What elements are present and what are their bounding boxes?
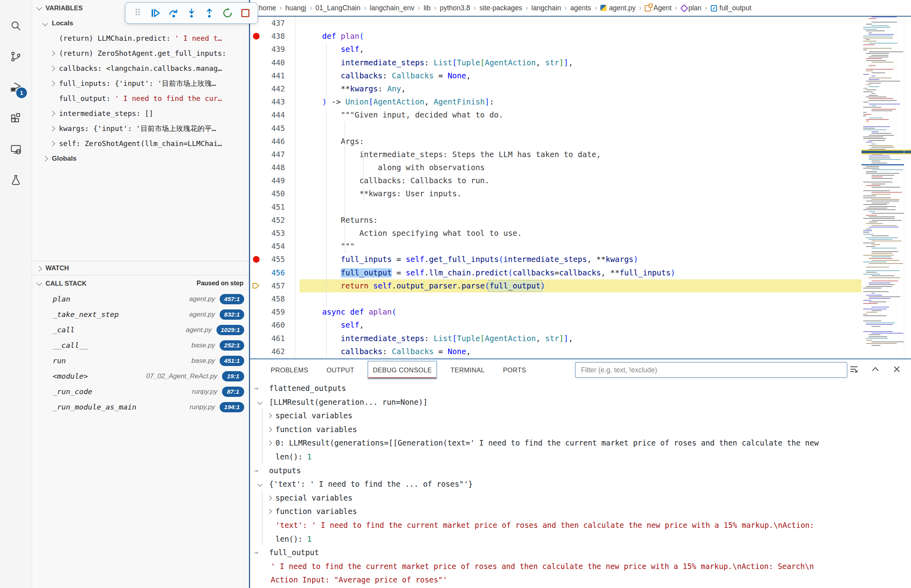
gutter-glyph-margin[interactable] [250,240,262,253]
code-line-text[interactable]: intermediate_steps: Steps the LLM has ta… [300,148,862,161]
code-line-text[interactable] [300,122,862,135]
watch-header[interactable]: WATCH [32,261,249,275]
gutter-glyph-margin[interactable] [250,187,262,200]
code-line-text[interactable]: Action specifying what tool to use. [300,227,862,240]
stop-button[interactable] [238,5,252,21]
variable-row[interactable]: full_inputs: {'input': '目前市场上玫瑰… [32,76,249,91]
console-row[interactable]: len(): 1 [250,532,911,546]
step-out-button[interactable] [202,5,216,21]
tab-ports[interactable]: PORTS [498,361,531,379]
activity-run-debug-icon[interactable]: 1 [0,72,32,103]
console-row[interactable]: function variables [250,423,911,436]
gutter-glyph-margin[interactable] [250,332,262,345]
variable-row[interactable]: full_output: ' I need to find the cur… [32,91,249,106]
gutter-glyph-margin[interactable] [250,122,262,135]
gutter-glyph-margin[interactable] [250,214,262,227]
code-line-text[interactable]: full_inputs = self.get_full_inputs(inter… [300,253,862,266]
call-stack-header[interactable]: CALL STACK Paused on step [32,275,249,291]
restart-button[interactable] [220,5,235,21]
code-line-text[interactable] [300,292,862,305]
step-over-button[interactable] [167,5,181,21]
breadcrumb-item[interactable]: home [259,4,276,12]
code-line-text[interactable]: """ [300,240,862,253]
code-line-text[interactable]: **kwargs: User inputs. [300,187,862,200]
console-row[interactable]: {'text': ' I need to find the ... of ros… [250,477,911,491]
activity-files-icon[interactable] [0,0,32,10]
activity-testing-icon[interactable] [0,165,32,195]
gutter-glyph-margin[interactable] [250,266,262,279]
breadcrumb-item[interactable]: 01_LangChain [315,4,361,12]
call-stack-frame[interactable]: <module>07_02_Agent_ReAct.py19:1 [32,368,249,384]
console-row[interactable]: len(): 1 [250,450,911,464]
breadcrumb-item[interactable]: site-packages [479,4,522,12]
gutter-glyph-margin[interactable] [250,69,262,82]
code-line-text[interactable]: """Given input, decided what to do. [300,108,862,121]
breadcrumb-item[interactable]: lib [423,4,431,12]
step-into-button[interactable] [184,5,199,21]
gutter-glyph-margin[interactable] [250,174,262,187]
activity-remote-explorer-icon[interactable] [0,134,32,165]
console-row[interactable]: special variables [250,491,911,505]
code-line-text[interactable]: intermediate_steps: List[Tuple[AgentActi… [300,56,862,69]
maximize-panel-icon[interactable] [871,364,880,374]
breadcrumb-item[interactable]: agents [570,4,591,12]
gutter-glyph-margin[interactable] [250,82,262,95]
code-line-text[interactable]: callbacks: Callbacks to run. [300,174,862,187]
activity-search-icon[interactable] [0,10,32,41]
variable-row[interactable]: callbacks: <langchain.callbacks.manag… [32,61,249,76]
variable-row[interactable]: self: ZeroShotAgent(llm_chain=LLMChai… [32,136,249,151]
code-line-text[interactable] [300,17,862,30]
overview-ruler[interactable] [904,17,911,358]
gutter-glyph-margin[interactable] [250,56,262,69]
console-row[interactable]: Action Input: "Average price of roses"' [250,573,911,587]
code-line-text[interactable]: **kwargs: Any, [300,82,862,95]
code-line-text[interactable]: Args: [300,135,862,148]
code-line-text[interactable]: callbacks: Callbacks = None, [300,69,862,82]
code-line-text[interactable]: self, [300,319,862,332]
call-stack-frame[interactable]: _run_coderunpy.py87:1 [32,384,249,399]
code-line-text[interactable]: intermediate_steps: List[Tuple[AgentActi… [300,332,862,345]
console-row[interactable]: [LLMResult(generation... run=None)] [250,395,911,409]
breadcrumb-item[interactable]: full_output [711,4,752,12]
code-line-text[interactable]: def plan( [300,30,862,43]
breadcrumb-item[interactable]: python3.8 [440,4,470,12]
call-stack-frame[interactable]: runbase.py451:1 [32,353,249,368]
gutter-glyph-margin[interactable] [250,135,262,148]
tab-output[interactable]: OUTPUT [322,361,359,379]
code-line-text[interactable]: along with observations [300,161,862,174]
activity-source-control-icon[interactable] [0,41,32,72]
gutter-glyph-margin[interactable] [250,305,262,319]
breadcrumb-item[interactable]: langchain_env [370,4,414,12]
variable-row[interactable]: kwargs: {'input': '目前市场上玫瑰花的平… [32,121,249,136]
clear-console-icon[interactable] [849,364,859,374]
code-line-text[interactable]: Returns: [300,214,862,227]
continue-button[interactable] [148,5,163,21]
gutter-glyph-margin[interactable] [250,43,262,56]
console-filter-input[interactable] [575,362,847,378]
breadcrumb-item[interactable]: Agent [645,4,672,12]
call-stack-frame[interactable]: _callagent.py1029:1 [32,322,249,338]
call-stack-frame[interactable]: _take_next_stepagent.py832:1 [32,307,249,322]
drag-handle[interactable]: ⠿ [131,5,145,21]
console-row[interactable]: 0: LLMResult(generations=[[Generation(te… [250,436,911,450]
call-stack-frame[interactable]: __call__base.py252:1 [32,338,249,353]
breakpoint-icon[interactable] [250,30,262,43]
debug-console[interactable]: →flattened_outputs[LLMResult(generation.… [250,381,911,588]
breadcrumb-item[interactable]: plan [681,4,701,12]
console-row[interactable]: 'text': ' I need to find the current mar… [250,518,911,532]
code-area[interactable]: 437438 def plan(439 self,440 intermediat… [250,17,862,358]
breakpoint-icon[interactable] [250,253,262,266]
close-panel-icon[interactable] [892,364,902,374]
code-line-text[interactable]: full_output = self.llm_chain.predict(cal… [300,266,862,279]
code-line-text[interactable]: callbacks: Callbacks = None, [300,345,862,358]
tab-problems[interactable]: PROBLEMS [266,361,313,379]
gutter-glyph-margin[interactable] [250,148,262,161]
minimap[interactable] [862,17,904,358]
gutter-glyph-margin[interactable] [250,319,262,332]
variable-row[interactable]: (return) ZeroShotAgent.get_full_inputs: [32,46,249,61]
code-line-text[interactable]: return self.output_parser.parse(full_out… [300,279,862,292]
breadcrumb-item[interactable]: langchain [531,4,561,12]
tab-debug-console[interactable]: DEBUG CONSOLE [368,361,437,379]
console-row[interactable]: →flattened_outputs [250,381,911,395]
console-row[interactable]: ' I need to find the current market pric… [250,560,911,573]
